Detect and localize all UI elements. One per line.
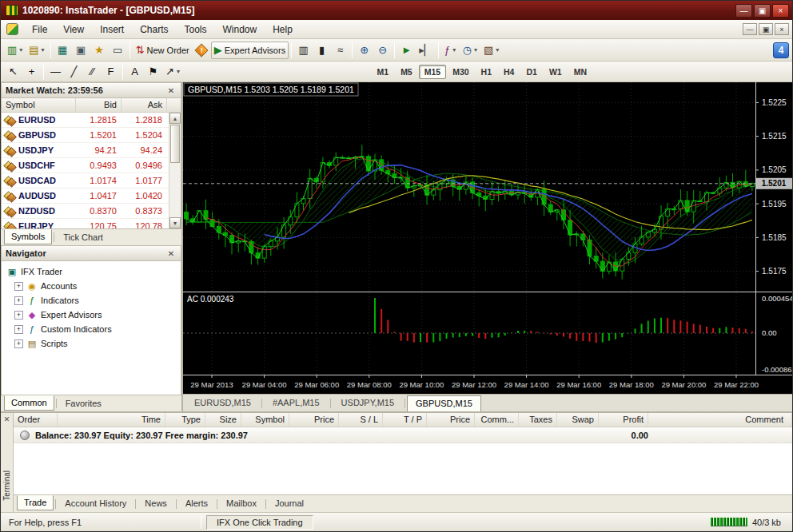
new-version-badge[interactable]: 4 bbox=[773, 42, 789, 58]
scrollbar-thumb[interactable] bbox=[170, 125, 180, 163]
terminal-column-price[interactable]: Price bbox=[427, 413, 475, 427]
nav-item-ifx-trader[interactable]: ▣IFX Trader bbox=[3, 264, 179, 279]
market-watch-row-usdcad[interactable]: USDCAD1.01741.0177 bbox=[2, 173, 181, 189]
tab-favorites[interactable]: Favorites bbox=[58, 396, 109, 411]
new-order-button[interactable]: ⇅New Order bbox=[133, 42, 193, 59]
market-watch-row-gbpusd[interactable]: GBPUSD1.52011.5204 bbox=[2, 128, 181, 143]
terminal-column-t-p[interactable]: T / P bbox=[383, 413, 427, 427]
bar-chart-mode-button[interactable]: ▥ bbox=[294, 42, 313, 59]
balance-row[interactable]: Balance: 230.97 Equity: 230.97 Free marg… bbox=[14, 427, 792, 443]
market-watch-row-usdchf[interactable]: USDCHF0.94930.9496 bbox=[2, 158, 181, 173]
minimize-icon[interactable]: — bbox=[735, 4, 752, 18]
nav-item-custom-indicators[interactable]: +ƒCustom Indicators bbox=[3, 322, 179, 336]
scroll-down-icon[interactable]: ▼ bbox=[169, 217, 181, 228]
timeframe-m30[interactable]: M30 bbox=[447, 65, 474, 79]
nav-item-indicators[interactable]: +ƒIndicators bbox=[3, 293, 179, 308]
timeframe-m15[interactable]: M15 bbox=[419, 65, 446, 79]
fibonacci-button[interactable]: F bbox=[102, 63, 120, 81]
menu-view[interactable]: View bbox=[55, 22, 92, 38]
zoom-out-button[interactable]: ⊖ bbox=[373, 42, 392, 59]
market-watch-row-eurusd[interactable]: EURUSD1.28151.2818 bbox=[2, 113, 181, 128]
tab-journal[interactable]: Journal bbox=[268, 496, 311, 511]
terminal-column-symbol[interactable]: Symbol bbox=[241, 413, 289, 427]
tab-mailbox[interactable]: Mailbox bbox=[219, 496, 264, 511]
menu-help[interactable]: Help bbox=[265, 22, 301, 38]
auto-scroll-button[interactable]: ► bbox=[397, 42, 416, 59]
new-chart-button[interactable]: ▥▾ bbox=[4, 42, 26, 59]
market-watch-button[interactable]: ▦ bbox=[54, 42, 72, 59]
text-label-button[interactable]: ⚑ bbox=[144, 63, 162, 81]
menu-window[interactable]: Window bbox=[215, 22, 265, 38]
alert-button[interactable]: ! bbox=[193, 42, 211, 59]
indicators-button[interactable]: ƒ▾ bbox=[441, 42, 460, 59]
terminal-column-price[interactable]: Price bbox=[289, 413, 339, 427]
timeframe-d1[interactable]: D1 bbox=[520, 65, 542, 79]
chart-shift-button[interactable]: ▸▏ bbox=[416, 42, 436, 59]
mdi-restore-icon[interactable]: ▣ bbox=[759, 23, 773, 35]
close-icon[interactable]: × bbox=[772, 4, 789, 18]
chart-tab-usdjpy-m15[interactable]: USDJPY,M15 bbox=[333, 395, 403, 411]
restore-icon[interactable]: ▣ bbox=[754, 4, 771, 18]
scrollbar-track[interactable] bbox=[169, 164, 181, 217]
terminal-column-taxes[interactable]: Taxes bbox=[519, 413, 557, 427]
timeframe-h1[interactable]: H1 bbox=[476, 65, 497, 79]
market-watch-row-usdjpy[interactable]: USDJPY94.2194.24 bbox=[2, 143, 181, 158]
chart-tab-eurusd-m15[interactable]: EURUSD,M15 bbox=[185, 395, 260, 411]
profiles-button[interactable]: ▤▾ bbox=[26, 42, 47, 59]
nav-item-scripts[interactable]: +▤Scripts bbox=[3, 336, 179, 351]
periods-button[interactable]: ◷▾ bbox=[460, 42, 480, 59]
terminal-column-swap[interactable]: Swap bbox=[557, 413, 599, 427]
tab-trade[interactable]: Trade bbox=[17, 495, 54, 510]
equidistant-channel-button[interactable]: ∕∕ bbox=[83, 63, 102, 81]
data-window-button[interactable]: ▣ bbox=[72, 42, 90, 59]
trendline-button[interactable]: ╱ bbox=[65, 63, 83, 81]
nav-item-accounts[interactable]: +◉Accounts bbox=[3, 279, 179, 293]
terminal-column-profit[interactable]: Profit bbox=[599, 413, 648, 427]
candlestick-mode-button[interactable]: ▮ bbox=[313, 42, 331, 59]
terminal-close-icon[interactable]: ✕ bbox=[4, 415, 10, 423]
text-button[interactable]: A bbox=[126, 63, 144, 81]
terminal-column-time[interactable]: Time bbox=[58, 413, 165, 427]
tab-alerts[interactable]: Alerts bbox=[178, 496, 215, 511]
chart-tab-gbpusd-m15[interactable]: GBPUSD,M15 bbox=[407, 395, 481, 412]
expand-plus-icon[interactable]: + bbox=[14, 325, 23, 334]
market-watch-row-nzdusd[interactable]: NZDUSD0.83700.8373 bbox=[2, 204, 181, 219]
terminal-column-size[interactable]: Size bbox=[205, 413, 241, 427]
column-header-symbol[interactable]: Symbol bbox=[2, 98, 76, 112]
line-chart-mode-button[interactable]: ≈ bbox=[331, 42, 349, 59]
column-header-bid[interactable]: Bid bbox=[76, 98, 122, 112]
zoom-in-button[interactable]: ⊕ bbox=[355, 42, 373, 59]
terminal-column-s-l[interactable]: S / L bbox=[339, 413, 383, 427]
column-header-ask[interactable]: Ask bbox=[122, 98, 167, 112]
terminal-column-order[interactable]: Order bbox=[14, 413, 58, 427]
mdi-close-icon[interactable]: × bbox=[775, 23, 789, 35]
price-chart[interactable]: 1.52251.52151.52051.51951.51851.51751.52… bbox=[183, 82, 792, 394]
chart-tab-aapl-m15[interactable]: #AAPL,M15 bbox=[264, 395, 329, 411]
market-watch-row-audusd[interactable]: AUDUSD1.04171.0420 bbox=[2, 189, 181, 204]
menu-charts[interactable]: Charts bbox=[132, 22, 176, 38]
market-watch-row-eurjpy[interactable]: EURJPY120.75120.78 bbox=[2, 219, 181, 228]
timeframe-mn[interactable]: MN bbox=[568, 65, 592, 79]
nav-item-expert-advisors[interactable]: +◆Expert Advisors bbox=[3, 308, 179, 322]
one-click-trading-button[interactable]: IFX One Click Trading bbox=[206, 515, 313, 530]
tab-common[interactable]: Common bbox=[4, 395, 54, 411]
expert-advisors-button[interactable]: ▶Expert Advisors bbox=[211, 42, 289, 59]
terminal-panel-button[interactable]: ▭ bbox=[109, 42, 127, 59]
menu-tools[interactable]: Tools bbox=[177, 22, 215, 38]
tab-symbols[interactable]: Symbols bbox=[4, 229, 52, 244]
navigator-close-icon[interactable]: ✕ bbox=[165, 249, 177, 258]
expand-plus-icon[interactable]: + bbox=[14, 311, 23, 320]
market-watch-close-icon[interactable]: ✕ bbox=[165, 86, 177, 95]
arrows-button[interactable]: ↗▾ bbox=[162, 63, 183, 81]
terminal-column-type[interactable]: Type bbox=[165, 413, 205, 427]
timeframe-w1[interactable]: W1 bbox=[544, 65, 568, 79]
expand-plus-icon[interactable]: + bbox=[14, 339, 23, 348]
tab-news[interactable]: News bbox=[137, 496, 174, 511]
timeframe-m5[interactable]: M5 bbox=[395, 65, 418, 79]
menu-insert[interactable]: Insert bbox=[92, 22, 132, 38]
expand-plus-icon[interactable]: + bbox=[14, 282, 23, 291]
menu-file[interactable]: File bbox=[24, 22, 55, 38]
tab-account-history[interactable]: Account History bbox=[58, 496, 133, 511]
cursor-button[interactable]: ↖ bbox=[4, 63, 22, 81]
templates-button[interactable]: ▧▾ bbox=[480, 42, 502, 59]
